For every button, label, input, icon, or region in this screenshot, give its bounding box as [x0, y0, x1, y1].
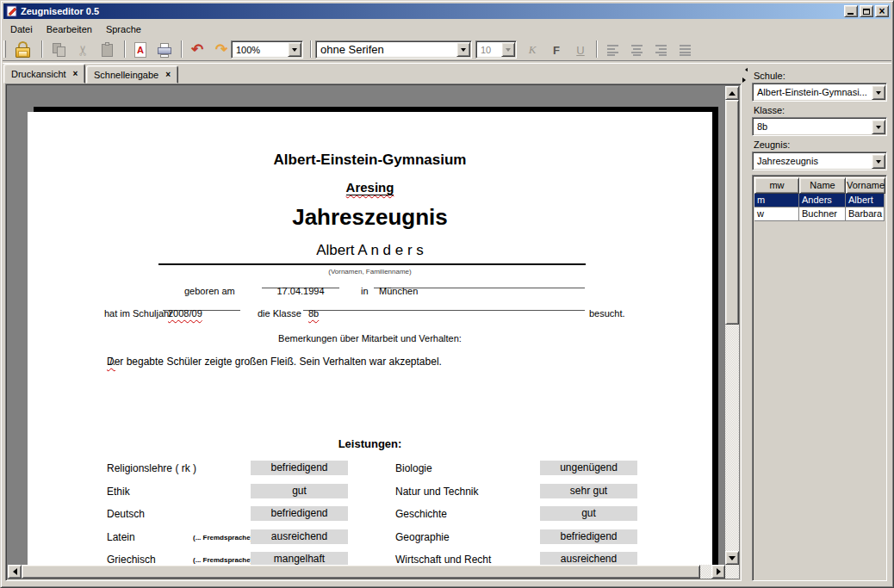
column-header-name[interactable]: Name: [799, 177, 846, 194]
copy-button: [48, 40, 71, 60]
undo-button[interactable]: ↶: [186, 40, 208, 60]
subject-label: Geschichte: [395, 508, 447, 520]
tab-close-icon[interactable]: ×: [73, 69, 78, 78]
font-size-select: 10: [475, 40, 517, 59]
horizontal-scroll-thumb[interactable]: [22, 565, 700, 579]
arrow-down-icon: [729, 556, 736, 564]
menu-sprache[interactable]: Sprache: [99, 22, 148, 36]
font-name-value[interactable]: ohne Serifen: [316, 43, 456, 56]
copy-icon: [48, 40, 71, 60]
grade-value[interactable]: gut: [251, 484, 348, 498]
align-left-icon: [607, 45, 619, 56]
remarks-heading: Bemerkungen über Mitarbeit und Verhalten…: [28, 333, 712, 344]
subject-label: Ethik: [107, 486, 130, 498]
panel-splitter[interactable]: [742, 64, 748, 584]
horizontal-scrollbar[interactable]: [8, 565, 725, 579]
grade-value[interactable]: mangelhaft: [251, 552, 348, 565]
zoom-dropdown-button[interactable]: [288, 42, 301, 57]
born-label: geboren am: [184, 286, 235, 296]
pdf-export-button[interactable]: A: [129, 40, 152, 60]
column-header-mw[interactable]: mw: [754, 177, 799, 194]
grades-heading: Leistungen:: [28, 437, 712, 450]
grade-value[interactable]: sehr gut: [540, 484, 637, 498]
cell-mw[interactable]: w: [754, 207, 799, 221]
column-header-vorname[interactable]: Vorname: [846, 177, 885, 194]
in-label: in: [361, 286, 369, 296]
grade-value[interactable]: ausreichend: [251, 529, 348, 544]
zoom-select[interactable]: 100%: [231, 40, 303, 59]
report-select[interactable]: Jahreszeugnis: [752, 152, 887, 170]
schoolyear-field[interactable]: 2008/09: [163, 298, 240, 311]
arrow-up-icon: [729, 88, 736, 96]
remarks-text: Der begabte Schüler zeigte großen Fleiß.…: [107, 356, 115, 368]
scroll-up-button[interactable]: [725, 86, 739, 100]
minimize-button[interactable]: [844, 5, 858, 17]
class-dropdown-button[interactable]: [872, 120, 885, 134]
cell-name[interactable]: Anders: [799, 194, 846, 207]
cell-mw[interactable]: m: [754, 194, 799, 207]
cell-name[interactable]: Buchner: [799, 207, 846, 221]
vertical-scroll-thumb[interactable]: [725, 100, 739, 325]
class-select[interactable]: 8b: [752, 117, 887, 136]
school-select-value[interactable]: Albert-Einstein-Gymnasi...: [753, 87, 872, 97]
print-button[interactable]: [153, 40, 176, 60]
subject-label: Geographie: [395, 531, 450, 543]
vertical-scrollbar[interactable]: [725, 86, 739, 565]
chevron-down-icon: [461, 48, 466, 54]
report-dropdown-button[interactable]: [872, 154, 885, 169]
tab-schnelleingabe[interactable]: Schnelleingabe ×: [86, 65, 178, 84]
align-justify-icon: [680, 45, 692, 56]
toolbar-separator: [41, 40, 43, 58]
report-select-label: Zeugnis:: [754, 139, 790, 150]
maximize-button[interactable]: [860, 5, 873, 17]
menu-datei[interactable]: Datei: [3, 22, 40, 36]
toolbar-grip[interactable]: [3, 40, 6, 58]
class-select-label: Klasse:: [754, 105, 785, 115]
arrow-left-icon: [9, 568, 17, 575]
redo-button[interactable]: ↷: [210, 40, 233, 60]
scroll-right-button[interactable]: [711, 565, 725, 579]
class-field[interactable]: 8b: [303, 298, 585, 311]
grade-value[interactable]: befriedigend: [251, 506, 348, 521]
report-select-value[interactable]: Jahreszeugnis: [753, 156, 872, 166]
table-row[interactable]: w Buchner Barbara: [754, 207, 885, 221]
tab-close-icon[interactable]: ×: [165, 70, 171, 79]
grade-value[interactable]: ausreichend: [540, 552, 637, 565]
font-select[interactable]: ohne Serifen: [315, 40, 472, 59]
grade-value[interactable]: befriedigend: [251, 461, 348, 475]
sidebar: Schule: Albert-Einstein-Gymnasi... Klass…: [748, 64, 891, 584]
class-select-value[interactable]: 8b: [753, 121, 872, 132]
cell-vorname[interactable]: Albert: [846, 194, 885, 207]
tab-druckansicht[interactable]: Druckansicht ×: [3, 64, 85, 84]
menu-bearbeiten[interactable]: Bearbeiten: [40, 22, 99, 36]
app-window: Zeugniseditor 0.5 × Datei Bearbeiten Spr…: [0, 0, 894, 588]
font-dropdown-button[interactable]: [456, 42, 470, 57]
birth-place-field[interactable]: München: [374, 275, 585, 288]
zoom-value[interactable]: 100%: [232, 45, 288, 55]
grade-value[interactable]: gut: [540, 506, 637, 521]
school-city: Aresing: [28, 180, 712, 195]
scroll-left-button[interactable]: [8, 565, 22, 579]
table-header-row: mw Name Vorname: [754, 177, 885, 194]
table-row[interactable]: m Anders Albert: [754, 194, 885, 207]
close-button[interactable]: ×: [875, 5, 889, 17]
scroll-down-button[interactable]: [725, 551, 739, 565]
maximize-icon: [863, 9, 870, 15]
align-center-icon: [631, 45, 643, 56]
toolbar: ✂ A ↶ ↷ 100%: [3, 38, 891, 62]
document-viewport: Albert-Einstein-Gymnasium Aresing Jahres…: [5, 84, 742, 581]
underline-label: U: [576, 44, 584, 57]
lock-button[interactable]: [12, 40, 34, 60]
school-select-label: Schule:: [754, 71, 785, 81]
school-select[interactable]: Albert-Einstein-Gymnasi...: [752, 83, 887, 102]
grade-value[interactable]: ungenügend: [540, 461, 637, 475]
birth-date-field[interactable]: 17.04.1994: [262, 275, 339, 288]
students-table: mw Name Vorname m Anders Albert w Buchne…: [752, 175, 887, 581]
bold-label: F: [553, 44, 560, 57]
cell-vorname[interactable]: Barbara: [846, 207, 885, 221]
menu-bar: Datei Bearbeiten Sprache: [3, 21, 148, 37]
school-dropdown-button[interactable]: [872, 85, 885, 100]
grade-value[interactable]: befriedigend: [540, 529, 637, 544]
italic-label: K: [529, 43, 537, 57]
close-icon: ×: [878, 7, 885, 15]
